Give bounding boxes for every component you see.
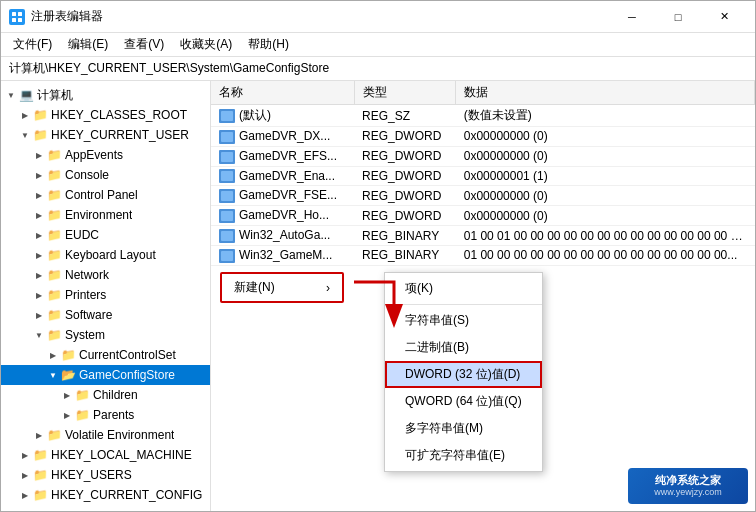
submenu-item-qword[interactable]: QWORD (64 位)值(Q)	[385, 388, 542, 415]
expand-btn-hku[interactable]: ▶	[17, 467, 33, 483]
tree-label-hkcc: HKEY_CURRENT_CONFIG	[51, 488, 202, 502]
close-button[interactable]: ✕	[701, 1, 747, 33]
tree-item-gameconfigstore[interactable]: ▼📂GameConfigStore	[1, 365, 210, 385]
menu-item-H[interactable]: 帮助(H)	[240, 34, 297, 55]
reg-value-icon	[219, 169, 235, 183]
menu-item-E[interactable]: 编辑(E)	[60, 34, 116, 55]
folder-icon-parents: 📁	[75, 408, 90, 422]
minimize-button[interactable]: ─	[609, 1, 655, 33]
submenu-item-string[interactable]: 字符串值(S)	[385, 307, 542, 334]
new-menu-box[interactable]: 新建(N) ›	[220, 272, 344, 303]
tree-label-system: System	[65, 328, 105, 342]
expand-btn-network[interactable]: ▶	[31, 267, 47, 283]
tree-label-gameconfigstore: GameConfigStore	[79, 368, 175, 382]
table-row[interactable]: Win32_GameM...REG_BINARY01 00 00 00 00 0…	[211, 245, 755, 265]
tree-item-network[interactable]: ▶📁Network	[1, 265, 210, 285]
table-row[interactable]: GameDVR_Ho...REG_DWORD0x00000000 (0)	[211, 206, 755, 226]
cell-name: GameDVR_FSE...	[211, 186, 354, 206]
tree-item-parents[interactable]: ▶📁Parents	[1, 405, 210, 425]
tree-item-hkcr[interactable]: ▶📁HKEY_CLASSES_ROOT	[1, 105, 210, 125]
folder-icon-software: 📁	[47, 308, 62, 322]
new-menu-label: 新建(N)	[234, 279, 275, 296]
expand-btn-appevents[interactable]: ▶	[31, 147, 47, 163]
expand-btn-hkcc[interactable]: ▶	[17, 487, 33, 503]
folder-icon-hkcu: 📁	[33, 128, 48, 142]
tree-item-software[interactable]: ▶📁Software	[1, 305, 210, 325]
tree-item-system[interactable]: ▼📁System	[1, 325, 210, 345]
reg-value-icon	[219, 130, 235, 144]
table-row[interactable]: (默认)REG_SZ(数值未设置)	[211, 105, 755, 127]
tree-item-controlpanel[interactable]: ▶📁Control Panel	[1, 185, 210, 205]
folder-icon-computer: 💻	[19, 88, 34, 102]
folder-icon-currentcontrolset: 📁	[61, 348, 76, 362]
tree-label-hklm: HKEY_LOCAL_MACHINE	[51, 448, 192, 462]
submenu-item-multistring[interactable]: 多字符串值(M)	[385, 415, 542, 442]
tree-item-hku[interactable]: ▶📁HKEY_USERS	[1, 465, 210, 485]
submenu-item-xiang[interactable]: 项(K)	[385, 275, 542, 302]
folder-icon-network: 📁	[47, 268, 62, 282]
tree-label-currentcontrolset: CurrentControlSet	[79, 348, 176, 362]
tree-item-appevents[interactable]: ▶📁AppEvents	[1, 145, 210, 165]
tree-item-keyboardlayout[interactable]: ▶📁Keyboard Layout	[1, 245, 210, 265]
folder-icon-appevents: 📁	[47, 148, 62, 162]
expand-btn-currentcontrolset[interactable]: ▶	[45, 347, 61, 363]
expand-btn-system[interactable]: ▼	[31, 327, 47, 343]
expand-btn-environment[interactable]: ▶	[31, 207, 47, 223]
expand-btn-children[interactable]: ▶	[59, 387, 75, 403]
maximize-button[interactable]: □	[655, 1, 701, 33]
tree-item-hklm[interactable]: ▶📁HKEY_LOCAL_MACHINE	[1, 445, 210, 465]
separator-1	[385, 304, 542, 305]
folder-icon-gameconfigstore: 📂	[61, 368, 76, 382]
tree-label-computer: 计算机	[37, 87, 73, 104]
expand-btn-hklm[interactable]: ▶	[17, 447, 33, 463]
tree-item-hkcu[interactable]: ▼📁HKEY_CURRENT_USER	[1, 125, 210, 145]
menu-item-A[interactable]: 收藏夹(A)	[172, 34, 240, 55]
submenu-item-dword[interactable]: DWORD (32 位)值(D)	[385, 361, 542, 388]
tree-item-currentcontrolset[interactable]: ▶📁CurrentControlSet	[1, 345, 210, 365]
folder-icon-environment: 📁	[47, 208, 62, 222]
cell-type: REG_DWORD	[354, 146, 456, 166]
expand-btn-eudc[interactable]: ▶	[31, 227, 47, 243]
menu-item-V[interactable]: 查看(V)	[116, 34, 172, 55]
cell-data: 0x00000001 (1)	[456, 166, 755, 186]
tree-label-console: Console	[65, 168, 109, 182]
table-row[interactable]: GameDVR_FSE...REG_DWORD0x00000000 (0)	[211, 186, 755, 206]
submenu-item-binary[interactable]: 二进制值(B)	[385, 334, 542, 361]
tree-item-volatileenv[interactable]: ▶📁Volatile Environment	[1, 425, 210, 445]
reg-value-icon	[219, 189, 235, 203]
tree-panel[interactable]: ▼💻计算机▶📁HKEY_CLASSES_ROOT▼📁HKEY_CURRENT_U…	[1, 81, 211, 511]
expand-btn-computer[interactable]: ▼	[3, 87, 19, 103]
cell-type: REG_BINARY	[354, 226, 456, 246]
tree-label-children: Children	[93, 388, 138, 402]
tree-item-children[interactable]: ▶📁Children	[1, 385, 210, 405]
menu-bar: 文件(F)编辑(E)查看(V)收藏夹(A)帮助(H)	[1, 33, 755, 57]
folder-icon-console: 📁	[47, 168, 62, 182]
expand-btn-gameconfigstore[interactable]: ▼	[45, 367, 61, 383]
cell-name: GameDVR_Ho...	[211, 206, 354, 226]
expand-btn-software[interactable]: ▶	[31, 307, 47, 323]
tree-label-keyboardlayout: Keyboard Layout	[65, 248, 156, 262]
expand-btn-parents[interactable]: ▶	[59, 407, 75, 423]
tree-item-environment[interactable]: ▶📁Environment	[1, 205, 210, 225]
submenu-item-expandstring[interactable]: 可扩充字符串值(E)	[385, 442, 542, 469]
expand-btn-hkcr[interactable]: ▶	[17, 107, 33, 123]
table-row[interactable]: GameDVR_EFS...REG_DWORD0x00000000 (0)	[211, 146, 755, 166]
tree-item-eudc[interactable]: ▶📁EUDC	[1, 225, 210, 245]
menu-item-F[interactable]: 文件(F)	[5, 34, 60, 55]
table-row[interactable]: GameDVR_DX...REG_DWORD0x00000000 (0)	[211, 127, 755, 147]
tree-item-computer[interactable]: ▼💻计算机	[1, 85, 210, 105]
table-row[interactable]: GameDVR_Ena...REG_DWORD0x00000001 (1)	[211, 166, 755, 186]
cell-name: Win32_GameM...	[211, 245, 354, 265]
expand-btn-hkcu[interactable]: ▼	[17, 127, 33, 143]
expand-btn-printers[interactable]: ▶	[31, 287, 47, 303]
tree-item-printers[interactable]: ▶📁Printers	[1, 285, 210, 305]
cell-type: REG_DWORD	[354, 186, 456, 206]
expand-btn-console[interactable]: ▶	[31, 167, 47, 183]
expand-btn-volatileenv[interactable]: ▶	[31, 427, 47, 443]
table-row[interactable]: Win32_AutoGa...REG_BINARY01 00 01 00 00 …	[211, 226, 755, 246]
folder-icon-eudc: 📁	[47, 228, 62, 242]
expand-btn-keyboardlayout[interactable]: ▶	[31, 247, 47, 263]
tree-item-console[interactable]: ▶📁Console	[1, 165, 210, 185]
tree-item-hkcc[interactable]: ▶📁HKEY_CURRENT_CONFIG	[1, 485, 210, 505]
expand-btn-controlpanel[interactable]: ▶	[31, 187, 47, 203]
